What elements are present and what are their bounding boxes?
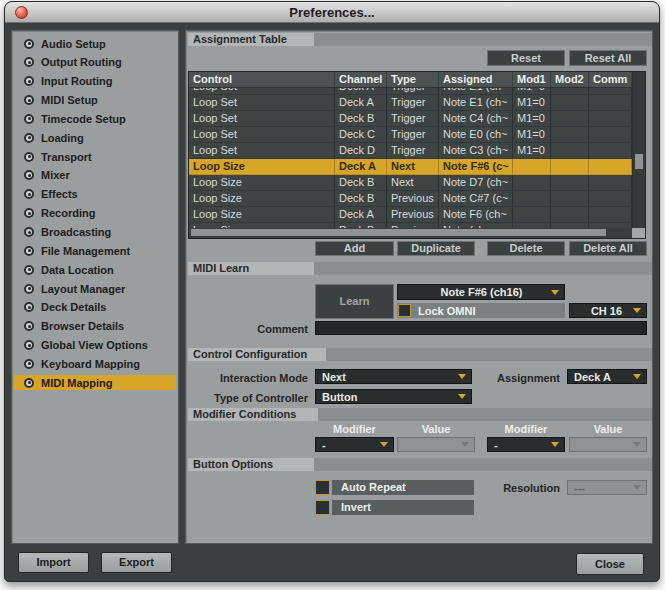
sidebar-item-input-routing[interactable]: Input Routing	[14, 74, 176, 89]
cell-channel: Deck B	[335, 111, 387, 126]
assignment-dropdown[interactable]: Deck A	[567, 369, 647, 384]
learned-note-dropdown[interactable]: Note F#6 (ch16)	[397, 284, 565, 300]
interaction-mode-dropdown[interactable]: Next	[315, 369, 472, 384]
reset-button[interactable]: Reset	[487, 50, 565, 66]
control-configuration-section-bar: Control Configuration	[188, 348, 652, 361]
column-header-control[interactable]: Control	[189, 72, 335, 87]
cell-mod1: M1=0	[513, 127, 551, 142]
cell-comment	[589, 95, 632, 110]
table-row[interactable]: Loop SizeDeck APreviousNote F6 (ch~	[189, 207, 632, 223]
sidebar-item-audio-setup[interactable]: Audio Setup	[14, 36, 176, 51]
table-row[interactable]: Loop SetDeck ATriggerNote E1 (ch~M1=0	[189, 95, 632, 111]
sidebar-item-loading[interactable]: Loading	[14, 130, 176, 145]
duplicate-button[interactable]: Duplicate	[397, 241, 475, 256]
column-header-mod1[interactable]: Mod1	[513, 72, 551, 87]
scrollbar-corner	[632, 228, 645, 238]
cell-control: Loop Size	[189, 159, 335, 174]
sidebar-item-label: Global View Options	[41, 339, 148, 351]
sidebar-item-layout-manager[interactable]: Layout Manager	[14, 281, 176, 296]
auto-repeat-checkbox[interactable]	[315, 480, 330, 495]
sidebar-item-effects[interactable]: Effects	[14, 187, 176, 202]
sidebar-item-global-view-options[interactable]: Global View Options	[14, 338, 176, 353]
cell-type: Trigger	[387, 95, 439, 110]
table-row[interactable]: Loop SetDeck ATriggerNote E1 (ch~M1=0	[189, 88, 632, 95]
table-horizontal-scrollbar[interactable]	[189, 228, 632, 238]
sidebar-item-mixer[interactable]: Mixer	[14, 168, 176, 183]
column-header-channel[interactable]: Channel	[335, 72, 387, 87]
modifier2-dropdown[interactable]: -	[487, 437, 565, 452]
cell-mod1: M1=0	[513, 88, 551, 94]
sidebar-item-timecode-setup[interactable]: Timecode Setup	[14, 111, 176, 126]
table-row[interactable]: Loop SizeDeck BPreviousNote C#7 (c~	[189, 191, 632, 207]
resolution-dropdown: ---	[567, 480, 647, 495]
sidebar-item-deck-details[interactable]: Deck Details	[14, 300, 176, 315]
cell-mod2	[551, 111, 589, 126]
table-row[interactable]: Loop SetDeck CTriggerNote E0 (ch~M1=0	[189, 127, 632, 143]
sidebar-item-recording[interactable]: Recording	[14, 206, 176, 221]
table-row[interactable]: Loop SetDeck DTriggerNote C3 (ch~M1=0	[189, 143, 632, 159]
cell-mod2	[551, 175, 589, 190]
type-of-controller-dropdown[interactable]: Button	[315, 389, 472, 404]
export-button[interactable]: Export	[101, 552, 172, 573]
close-button[interactable]: Close	[576, 553, 644, 575]
cell-type: Trigger	[387, 88, 439, 94]
cell-assigned: Note F#6 (c~	[439, 159, 513, 174]
preferences-window: Preferences... Audio SetupOutput Routing…	[4, 1, 660, 582]
interaction-mode-label: Interaction Mode	[186, 372, 308, 384]
import-button[interactable]: Import	[18, 552, 89, 573]
cell-assigned: Note D7 (ch~	[439, 175, 513, 190]
midi-learn-section-bar: MIDI Learn	[188, 262, 652, 275]
lock-omni-label: Lock OMNI	[418, 305, 475, 317]
radio-icon	[24, 133, 34, 143]
reset-all-button[interactable]: Reset All	[569, 50, 647, 66]
sidebar-item-label: Broadcasting	[41, 226, 111, 238]
cell-comment	[589, 159, 632, 174]
cell-assigned: Note C3 (ch~	[439, 143, 513, 158]
radio-icon	[24, 95, 34, 105]
cell-channel: Deck A	[335, 88, 387, 94]
sidebar-item-label: Layout Manager	[41, 283, 125, 295]
cell-assigned: Note E1 (ch~	[439, 88, 513, 94]
sidebar-item-browser-details[interactable]: Browser Details	[14, 319, 176, 334]
sidebar-item-file-management[interactable]: File Management	[14, 243, 176, 258]
column-header-assigned[interactable]: Assigned	[439, 72, 513, 87]
table-vertical-scrollbar[interactable]	[632, 72, 645, 228]
sidebar-item-transport[interactable]: Transport	[14, 149, 176, 164]
table-row[interactable]: Loop SizeDeck ANextNote F#6 (c~	[189, 159, 632, 175]
sidebar-item-midi-mapping[interactable]: MIDI Mapping	[14, 375, 176, 390]
learn-button[interactable]: Learn	[315, 284, 394, 319]
sidebar-item-keyboard-mapping[interactable]: Keyboard Mapping	[14, 356, 176, 371]
value1-label: Value	[397, 423, 475, 435]
cell-channel: Deck A	[335, 95, 387, 110]
delete-button[interactable]: Delete	[487, 241, 565, 256]
table-row[interactable]: Loop SizeDeck BNextNote D7 (ch~	[189, 175, 632, 191]
lock-omni-checkbox[interactable]	[398, 304, 411, 317]
sidebar-item-label: Effects	[41, 188, 78, 200]
delete-all-button[interactable]: Delete All	[569, 241, 647, 256]
sidebar-item-broadcasting[interactable]: Broadcasting	[14, 225, 176, 240]
sidebar-item-midi-setup[interactable]: MIDI Setup	[14, 93, 176, 108]
sidebar-item-output-routing[interactable]: Output Routing	[14, 55, 176, 70]
modifier1-dropdown[interactable]: -	[315, 437, 394, 452]
cell-channel: Deck C	[335, 127, 387, 142]
titlebar: Preferences...	[5, 2, 659, 23]
channel-dropdown[interactable]: CH 16	[569, 303, 647, 318]
cell-mod1: M1=0	[513, 111, 551, 126]
sidebar-item-label: Input Routing	[41, 75, 112, 87]
button-options-section-bar: Button Options	[188, 458, 652, 471]
cell-control: Loop Set	[189, 95, 335, 110]
horizontal-scrollbar-thumb[interactable]	[191, 229, 606, 236]
invert-checkbox[interactable]	[315, 500, 330, 515]
sidebar-item-data-location[interactable]: Data Location	[14, 262, 176, 277]
comment-input[interactable]	[315, 321, 647, 335]
column-header-mod2[interactable]: Mod2	[551, 72, 589, 87]
table-row[interactable]: Loop SetDeck BTriggerNote C4 (ch~M1=0	[189, 111, 632, 127]
add-button[interactable]: Add	[315, 241, 394, 256]
column-header-comm[interactable]: Comm	[589, 72, 632, 87]
radio-icon	[24, 340, 34, 350]
vertical-scrollbar-thumb[interactable]	[635, 154, 643, 169]
cell-assigned: Note E1 (ch~	[439, 95, 513, 110]
button-options-section-label: Button Options	[188, 458, 314, 471]
chevron-down-icon	[633, 308, 641, 313]
column-header-type[interactable]: Type	[387, 72, 439, 87]
